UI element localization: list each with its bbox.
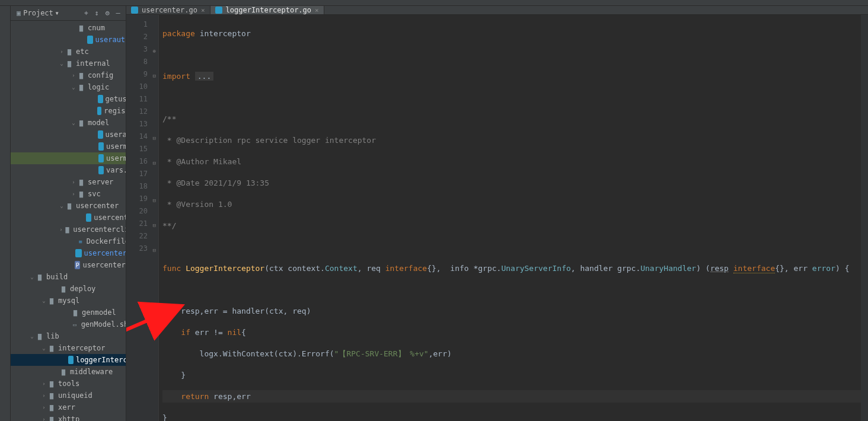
tree-item[interactable]: ›▇server bbox=[11, 176, 126, 188]
folder-icon: ▇ bbox=[64, 225, 71, 234]
project-icon: ▣ bbox=[17, 9, 21, 17]
line-number[interactable]: 22 bbox=[126, 230, 158, 243]
sidebar-header: ▣ Project ▼ ⌖ ↕ ⚙ — bbox=[11, 6, 126, 21]
fold-icon[interactable]: ⊟ bbox=[150, 157, 156, 163]
fold-icon[interactable]: ⊟ bbox=[150, 244, 156, 250]
chevron-down-icon[interactable]: ⌄ bbox=[40, 345, 47, 351]
chevron-right-icon[interactable]: › bbox=[70, 179, 77, 185]
chevron-right-icon[interactable]: › bbox=[40, 393, 47, 398]
line-number[interactable]: 12 bbox=[126, 106, 158, 118]
line-number[interactable]: 2 bbox=[126, 31, 158, 43]
chevron-down-icon[interactable]: ⌄ bbox=[28, 274, 36, 280]
tree-item[interactable]: ⌄▇build bbox=[11, 271, 126, 283]
line-number[interactable]: 8 bbox=[126, 56, 158, 68]
project-tree[interactable]: ·▇cnum·userauthmo›▇etc⌄▇internal›▇config… bbox=[11, 21, 126, 421]
fold-icon[interactable]: ⊟ bbox=[150, 70, 156, 76]
close-icon[interactable]: × bbox=[201, 7, 205, 14]
import-collapsed[interactable]: ... bbox=[195, 72, 213, 81]
fold-icon[interactable]: ⊟ bbox=[150, 194, 156, 200]
tree-item[interactable]: ·usermod bbox=[11, 141, 126, 152]
tree-item[interactable]: ·▇deploy bbox=[11, 283, 126, 295]
line-number[interactable]: 11 bbox=[126, 93, 158, 106]
tree-item[interactable]: ⌄▇mysql bbox=[11, 295, 126, 307]
tree-item[interactable]: ⌄▇lib bbox=[11, 330, 126, 342]
editor-right-gutter[interactable] bbox=[861, 15, 868, 421]
project-select-button[interactable]: ▣ Project ▼ bbox=[13, 8, 62, 18]
tree-item[interactable]: ›▇usercenterclien bbox=[11, 224, 126, 235]
chevron-down-icon[interactable]: ⌄ bbox=[28, 333, 36, 339]
chevron-down-icon[interactable]: ⌄ bbox=[70, 84, 77, 90]
tree-item[interactable]: ·usercenter.p bbox=[11, 212, 126, 224]
chevron-right-icon[interactable]: › bbox=[40, 404, 47, 410]
tree-item[interactable]: ·▇cnum bbox=[11, 22, 126, 34]
fold-icon[interactable]: ⊟ bbox=[150, 132, 156, 138]
tree-item[interactable]: ›▇uniqueid bbox=[11, 390, 126, 401]
line-number[interactable]: 9⊟ bbox=[126, 68, 158, 81]
expand-icon[interactable]: ↕ bbox=[91, 8, 102, 18]
tree-item[interactable]: ·getuserb bbox=[11, 93, 126, 105]
tree-item[interactable]: ›▇xhttp bbox=[11, 413, 126, 421]
line-number-gutter[interactable]: 123⊕89⊟1011121314⊟1516⊟171819⊟2021⊟2223⊟ bbox=[126, 15, 159, 421]
line-number[interactable]: 17 bbox=[126, 168, 158, 180]
line-number[interactable]: 1 bbox=[126, 18, 158, 31]
tree-item-label: usermod bbox=[106, 142, 126, 151]
tree-item[interactable]: ·≡Dockerfile bbox=[11, 235, 126, 247]
fold-icon[interactable]: ⊕ bbox=[150, 45, 156, 51]
line-number[interactable]: 15 bbox=[126, 143, 158, 155]
line-number[interactable]: 13 bbox=[126, 118, 158, 130]
line-number[interactable]: 10 bbox=[126, 81, 158, 93]
tree-item[interactable]: ·Pusercenter.prot bbox=[11, 259, 126, 271]
tree-item[interactable]: ›▇etc bbox=[11, 46, 126, 58]
chevron-down-icon[interactable]: ⌄ bbox=[70, 120, 77, 126]
tree-item[interactable]: ·usermod bbox=[11, 152, 126, 164]
chevron-down-icon[interactable]: ⌄ bbox=[58, 203, 65, 209]
tree-item[interactable]: ⌄▇model bbox=[11, 117, 126, 129]
line-number[interactable]: 16⊟ bbox=[126, 155, 158, 168]
project-label: Project bbox=[23, 9, 53, 17]
tree-item[interactable]: ›▇xerr bbox=[11, 401, 126, 413]
chevron-right-icon[interactable]: › bbox=[58, 49, 65, 55]
line-number[interactable]: 21⊟ bbox=[126, 218, 158, 230]
tree-item[interactable]: ›▇svc bbox=[11, 188, 126, 200]
line-number[interactable]: 18 bbox=[126, 180, 158, 193]
tab-usercenter[interactable]: usercenter.go × bbox=[126, 6, 210, 14]
tree-item[interactable]: ›▇config bbox=[11, 69, 126, 81]
tree-item-label: build bbox=[46, 273, 68, 281]
line-number[interactable]: 23⊟ bbox=[126, 243, 158, 255]
close-icon[interactable]: × bbox=[315, 7, 319, 14]
line-number[interactable]: 14⊟ bbox=[126, 130, 158, 143]
chevron-right-icon[interactable]: › bbox=[40, 416, 47, 421]
tree-item[interactable]: ·▇middleware bbox=[11, 366, 126, 378]
tree-item[interactable]: ·loggerInterceptor.g bbox=[11, 354, 126, 366]
folder-icon: ▇ bbox=[36, 332, 44, 340]
target-icon[interactable]: ⌖ bbox=[81, 8, 91, 18]
tree-item[interactable]: ·▇genmodel bbox=[11, 307, 126, 318]
tab-loggerinterceptor[interactable]: loggerInterceptor.go × bbox=[210, 6, 324, 14]
hide-icon[interactable]: — bbox=[113, 8, 123, 18]
tree-item-label: server bbox=[88, 178, 113, 186]
tree-item[interactable]: ·registerlo bbox=[11, 105, 126, 117]
tree-item[interactable]: ·▭genModel.sh bbox=[11, 318, 126, 330]
tree-item[interactable]: ⌄▇logic bbox=[11, 81, 126, 93]
line-number[interactable]: 19⊟ bbox=[126, 193, 158, 205]
line-number[interactable]: 20 bbox=[126, 205, 158, 218]
chevron-down-icon[interactable]: ⌄ bbox=[58, 60, 65, 66]
tree-item[interactable]: ·vars.go bbox=[11, 164, 126, 176]
tree-item[interactable]: ·userauthmo bbox=[11, 34, 126, 46]
chevron-right-icon[interactable]: › bbox=[58, 227, 64, 232]
line-number[interactable]: 3⊕ bbox=[126, 43, 158, 56]
tree-item[interactable]: ⌄▇interceptor bbox=[11, 342, 126, 354]
tree-item[interactable]: ›▇tools bbox=[11, 378, 126, 390]
tree-item[interactable]: ⌄▇internal bbox=[11, 58, 126, 69]
chevron-right-icon[interactable]: › bbox=[70, 191, 77, 197]
chevron-right-icon[interactable]: › bbox=[40, 381, 47, 387]
fold-icon[interactable]: ⊟ bbox=[150, 219, 156, 225]
chevron-down-icon[interactable]: ⌄ bbox=[40, 298, 47, 304]
gear-icon[interactable]: ⚙ bbox=[102, 8, 113, 18]
chevron-right-icon[interactable]: › bbox=[70, 72, 77, 78]
tree-item[interactable]: ·usercenter.go bbox=[11, 247, 126, 259]
code-content[interactable]: package interceptor import ... /** * @De… bbox=[159, 15, 861, 421]
tab-label: usercenter.go bbox=[142, 6, 197, 14]
tree-item[interactable]: ·userauth bbox=[11, 129, 126, 141]
tree-item[interactable]: ⌄▇usercenter bbox=[11, 200, 126, 212]
